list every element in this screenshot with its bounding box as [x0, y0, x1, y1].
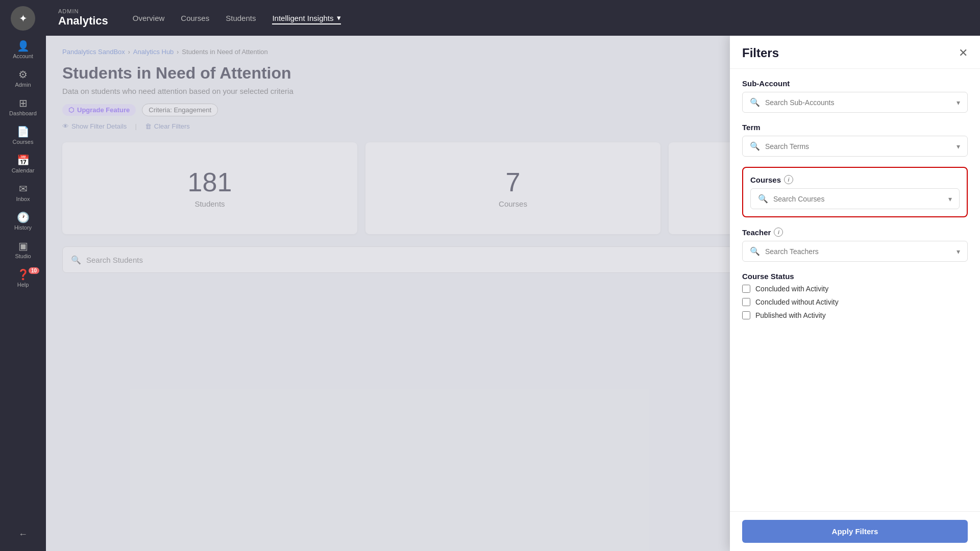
sidebar-item-history[interactable]: 🕐 History	[3, 208, 43, 235]
sidebar-item-dashboard[interactable]: ⊞ Dashboard	[3, 94, 43, 120]
teacher-input[interactable]	[765, 247, 951, 256]
app-logo[interactable]: ✦	[11, 6, 35, 31]
checkbox-concluded-without-input[interactable]	[742, 298, 750, 306]
sidebar-item-studio[interactable]: ▣ Studio	[3, 237, 43, 263]
checkbox-concluded-with-input[interactable]	[742, 285, 750, 293]
sidebar-item-calendar[interactable]: 📅 Calendar	[3, 151, 43, 178]
term-input[interactable]	[765, 142, 951, 151]
dropdown-arrow-icon: ▾	[337, 13, 341, 22]
checkbox-concluded-without[interactable]: Concluded without Activity	[742, 298, 968, 306]
logo-icon: ✦	[19, 12, 28, 24]
sidebar-label-inbox: Inbox	[16, 196, 30, 202]
close-filters-button[interactable]: ✕	[959, 47, 968, 59]
sidebar-label-help: Help	[17, 282, 29, 288]
sidebar-label-dashboard: Dashboard	[9, 110, 37, 116]
history-icon: 🕐	[17, 212, 30, 222]
filter-courses-highlighted: Courses i 🔍 ▾	[742, 167, 968, 217]
nav-overview[interactable]: Overview	[133, 12, 165, 24]
sidebar-label-admin: Admin	[15, 82, 31, 88]
admin-icon: ⚙	[18, 69, 28, 80]
dashboard-icon: ⊞	[19, 98, 28, 108]
apply-filters-button[interactable]: Apply Filters	[742, 520, 968, 543]
courses-search-icon: 🔍	[758, 194, 768, 204]
top-nav: ADMIN Analytics Overview Courses Student…	[46, 0, 980, 36]
term-dropdown[interactable]: 🔍 ▾	[742, 136, 968, 157]
sub-account-search-icon: 🔍	[750, 97, 760, 107]
sub-account-label: Sub-Account	[742, 79, 968, 88]
courses-icon: 📄	[17, 127, 30, 137]
collapse-button[interactable]: ←	[13, 524, 33, 545]
admin-label: ADMIN	[58, 8, 108, 14]
sidebar-item-admin[interactable]: ⚙ Admin	[3, 65, 43, 92]
courses-label: Courses i	[750, 175, 960, 184]
term-chevron-icon: ▾	[957, 142, 960, 151]
course-status-checkboxes: Concluded with Activity Concluded withou…	[742, 285, 968, 319]
filter-courses: Courses i 🔍 ▾	[750, 175, 960, 209]
app-brand: ADMIN Analytics	[58, 8, 108, 28]
teacher-chevron-icon: ▾	[957, 247, 960, 256]
filters-panel: Filters ✕ Sub-Account 🔍 ▾ Term	[730, 36, 980, 551]
teacher-search-icon: 🔍	[750, 246, 760, 256]
sidebar-item-account[interactable]: 👤 Account	[3, 37, 43, 63]
sub-account-input[interactable]	[765, 98, 951, 107]
courses-chevron-icon: ▾	[948, 195, 952, 203]
sidebar-label-history: History	[14, 224, 32, 231]
collapse-icon: ←	[18, 529, 28, 540]
calendar-icon: 📅	[17, 155, 30, 165]
inbox-icon: ✉	[19, 184, 28, 194]
sidebar-item-inbox[interactable]: ✉ Inbox	[3, 180, 43, 206]
courses-dropdown[interactable]: 🔍 ▾	[750, 188, 960, 209]
filter-sub-account: Sub-Account 🔍 ▾	[742, 79, 968, 113]
sidebar-label-courses: Courses	[13, 139, 34, 145]
nav-intelligent-insights[interactable]: Intelligent Insights ▾	[272, 11, 340, 24]
help-badge: 10	[29, 267, 39, 274]
filter-course-status: Course Status Concluded with Activity Co…	[742, 272, 968, 319]
courses-input[interactable]	[773, 195, 943, 203]
sidebar-item-courses[interactable]: 📄 Courses	[3, 122, 43, 149]
sidebar: ✦ 👤 Account ⚙ Admin ⊞ Dashboard 📄 Course…	[0, 0, 46, 551]
nav-courses[interactable]: Courses	[181, 12, 209, 24]
sidebar-label-account: Account	[13, 53, 33, 59]
filters-header: Filters ✕	[730, 36, 980, 69]
filters-title: Filters	[742, 46, 779, 60]
sidebar-label-calendar: Calendar	[12, 167, 35, 173]
filters-body: Sub-Account 🔍 ▾ Term 🔍 ▾	[730, 69, 980, 511]
brand-name: Analytics	[58, 14, 108, 28]
sub-account-chevron-icon: ▾	[957, 98, 960, 107]
sidebar-label-studio: Studio	[15, 253, 31, 259]
term-search-icon: 🔍	[750, 141, 760, 151]
content-area: Pandalytics SandBox › Analytics Hub › St…	[46, 36, 980, 551]
filter-term: Term 🔍 ▾	[742, 123, 968, 157]
filters-footer: Apply Filters	[730, 511, 980, 551]
course-status-label: Course Status	[742, 272, 968, 281]
teacher-dropdown[interactable]: 🔍 ▾	[742, 241, 968, 262]
account-icon: 👤	[17, 41, 30, 51]
teacher-info-icon[interactable]: i	[774, 228, 783, 237]
sub-account-dropdown[interactable]: 🔍 ▾	[742, 92, 968, 113]
help-icon: ❓	[17, 269, 30, 280]
main-container: ADMIN Analytics Overview Courses Student…	[46, 0, 980, 551]
checkbox-concluded-with[interactable]: Concluded with Activity	[742, 285, 968, 293]
nav-students[interactable]: Students	[226, 12, 256, 24]
sidebar-item-help[interactable]: ❓ Help 10	[3, 265, 43, 292]
checkbox-published-with-input[interactable]	[742, 311, 750, 319]
teacher-label: Teacher i	[742, 228, 968, 237]
checkbox-published-with[interactable]: Published with Activity	[742, 311, 968, 319]
courses-info-icon[interactable]: i	[784, 175, 793, 184]
studio-icon: ▣	[18, 241, 28, 251]
filter-teacher: Teacher i 🔍 ▾	[742, 228, 968, 262]
term-label: Term	[742, 123, 968, 132]
